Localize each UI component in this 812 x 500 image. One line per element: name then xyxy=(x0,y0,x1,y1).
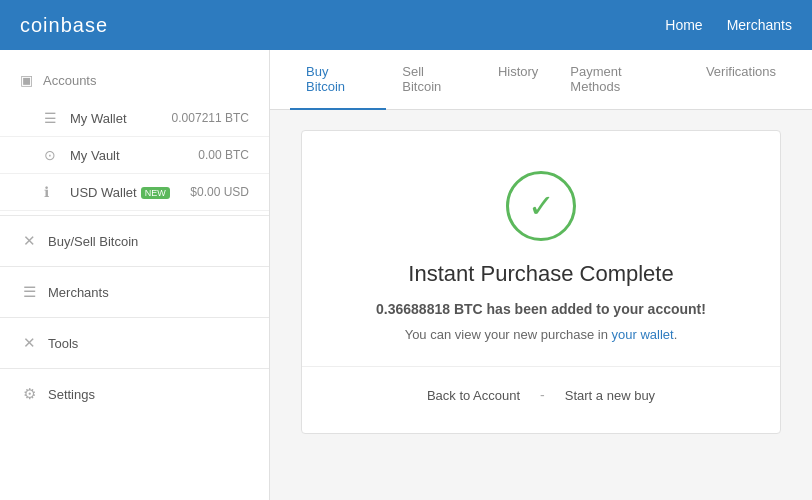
nav-home[interactable]: Home xyxy=(665,17,702,33)
usd-wallet-label: USD WalletNEW xyxy=(70,185,170,200)
tab-sell-bitcoin[interactable]: Sell Bitcoin xyxy=(386,50,482,110)
usd-icon: ℹ xyxy=(44,184,60,200)
sidebar-item-buy-sell[interactable]: ✕ Buy/Sell Bitcoin xyxy=(0,220,269,262)
logo: coinbase xyxy=(20,14,108,37)
action-separator: - xyxy=(540,387,545,403)
my-vault-value: 0.00 BTC xyxy=(198,148,249,162)
sidebar-item-settings[interactable]: ⚙ Settings xyxy=(0,373,269,415)
merchants-label: Merchants xyxy=(48,285,109,300)
main-content: Buy Bitcoin Sell Bitcoin History Payment… xyxy=(270,50,812,500)
back-to-account-link[interactable]: Back to Account xyxy=(427,388,520,403)
layout: ▣ Accounts ☰ My Wallet 0.007211 BTC ⊙ My… xyxy=(0,50,812,500)
sidebar-divider-2 xyxy=(0,266,269,267)
card-actions: Back to Account - Start a new buy xyxy=(332,387,750,403)
accounts-label: Accounts xyxy=(43,73,96,88)
tools-icon: ✕ xyxy=(20,334,38,352)
buy-sell-icon: ✕ xyxy=(20,232,38,250)
tabs: Buy Bitcoin Sell Bitcoin History Payment… xyxy=(270,50,812,110)
sidebar-divider-3 xyxy=(0,317,269,318)
card-sub-end: . xyxy=(674,327,678,342)
nav-merchants[interactable]: Merchants xyxy=(727,17,792,33)
tab-verifications[interactable]: Verifications xyxy=(690,50,792,110)
usd-wallet-value: $0.00 USD xyxy=(190,185,249,199)
my-vault-label: My Vault xyxy=(70,148,120,163)
settings-icon: ⚙ xyxy=(20,385,38,403)
settings-label: Settings xyxy=(48,387,95,402)
my-wallet-value: 0.007211 BTC xyxy=(172,111,249,125)
accounts-section: ▣ Accounts xyxy=(0,60,269,100)
sidebar-divider-4 xyxy=(0,368,269,369)
header-nav: Home Merchants xyxy=(665,17,792,33)
tab-buy-bitcoin[interactable]: Buy Bitcoin xyxy=(290,50,386,110)
success-icon-wrap: ✓ xyxy=(332,171,750,241)
sidebar-item-tools[interactable]: ✕ Tools xyxy=(0,322,269,364)
card-sub-text: You can view your new purchase in xyxy=(405,327,612,342)
sidebar-divider-1 xyxy=(0,215,269,216)
accounts-icon: ▣ xyxy=(20,72,33,88)
card-body: 0.36688818 BTC has been added to your ac… xyxy=(332,301,750,317)
new-badge: NEW xyxy=(141,187,170,199)
purchase-complete-card: ✓ Instant Purchase Complete 0.36688818 B… xyxy=(301,130,781,434)
tab-history[interactable]: History xyxy=(482,50,554,110)
content-area: ✓ Instant Purchase Complete 0.36688818 B… xyxy=(270,110,812,454)
card-sub: You can view your new purchase in your w… xyxy=(332,327,750,342)
sidebar-item-merchants[interactable]: ☰ Merchants xyxy=(0,271,269,313)
sidebar-item-my-vault[interactable]: ⊙ My Vault 0.00 BTC xyxy=(0,137,269,174)
sidebar-item-my-wallet[interactable]: ☰ My Wallet 0.007211 BTC xyxy=(0,100,269,137)
checkmark-icon: ✓ xyxy=(528,190,555,222)
tab-payment-methods[interactable]: Payment Methods xyxy=(554,50,690,110)
sidebar-item-usd-wallet[interactable]: ℹ USD WalletNEW $0.00 USD xyxy=(0,174,269,211)
vault-icon: ⊙ xyxy=(44,147,60,163)
card-title: Instant Purchase Complete xyxy=(332,261,750,287)
sidebar: ▣ Accounts ☰ My Wallet 0.007211 BTC ⊙ My… xyxy=(0,50,270,500)
my-wallet-label: My Wallet xyxy=(70,111,127,126)
wallet-icon: ☰ xyxy=(44,110,60,126)
tools-label: Tools xyxy=(48,336,78,351)
merchants-icon: ☰ xyxy=(20,283,38,301)
your-wallet-link[interactable]: your wallet xyxy=(612,327,674,342)
start-new-buy-link[interactable]: Start a new buy xyxy=(565,388,655,403)
success-circle: ✓ xyxy=(506,171,576,241)
header: coinbase Home Merchants xyxy=(0,0,812,50)
card-divider xyxy=(302,366,780,367)
buy-sell-label: Buy/Sell Bitcoin xyxy=(48,234,138,249)
